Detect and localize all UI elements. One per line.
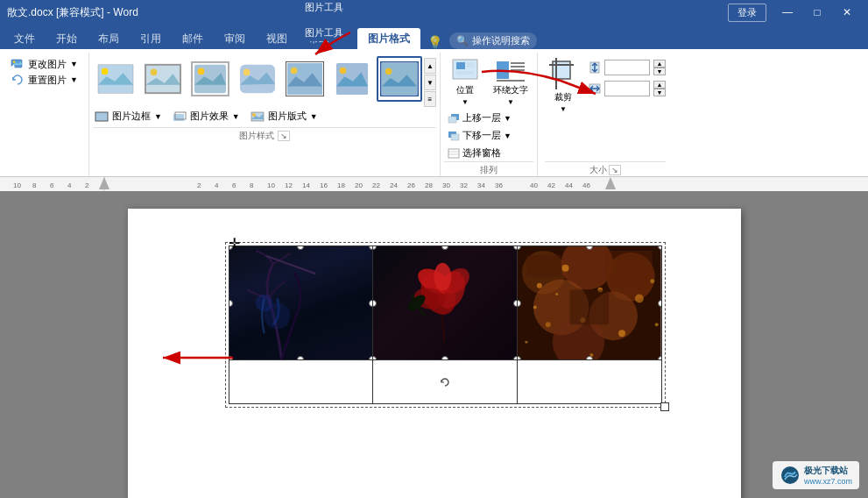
ribbon-tab-bar: 图片工具 文件 开始 布局 引用 邮件 审阅 视图 帮助 图片格式 💡 🔍 操作… [0,25,868,49]
tab-review[interactable]: 审阅 [214,28,256,49]
table-cell-1-1[interactable] [229,246,373,360]
tab-mail[interactable]: 邮件 [172,28,214,49]
image-rust-golden [518,246,661,359]
style-thumb-3[interactable] [187,56,233,102]
style-thumb-1[interactable] [93,56,138,102]
style-thumb-5[interactable] [282,56,328,102]
handle-mr[interactable] [369,300,372,307]
restore-button[interactable]: □ [803,3,831,22]
style-thumb-7[interactable] [377,56,422,102]
selection-pane-button[interactable]: 选择窗格 [444,145,515,161]
style-thumb-2[interactable] [140,56,186,102]
login-button[interactable]: 登录 [728,4,766,22]
search-icon: 🔍 [456,35,469,46]
style-thumb-4[interactable] [235,56,280,102]
handle-br-2[interactable] [513,356,517,359]
handle-mr-2[interactable] [513,300,517,307]
svg-point-1 [13,60,15,62]
svg-text:44: 44 [565,181,573,189]
tab-picture-format[interactable]: 图片格式 [357,28,420,49]
svg-text:10: 10 [13,181,21,189]
svg-text:12: 12 [285,181,293,189]
minimize-button[interactable]: — [773,3,801,22]
handle-bl[interactable] [229,356,233,359]
tab-layout[interactable]: 布局 [88,28,130,49]
style-scroll-down[interactable]: ▼ [424,75,436,90]
svg-point-11 [243,69,251,76]
svg-point-98 [635,295,644,303]
table-cell-2-2[interactable] [373,360,518,404]
svg-point-13 [291,68,298,75]
width-down-button[interactable]: ▼ [653,89,666,96]
handle-br-3[interactable] [658,356,661,359]
svg-rect-35 [448,117,456,123]
pic-format-option[interactable]: 图片版式 ▼ [249,109,320,124]
search-box[interactable]: 🔍 操作说明搜索 [449,32,537,49]
height-down-button[interactable]: ▼ [653,68,666,75]
bring-forward-button[interactable]: 上移一层 ▼ [444,110,515,126]
tab-references[interactable]: 引用 [130,28,172,49]
size-inputs: ▲ ▼ ▲ ▼ [589,60,666,96]
wrap-text-button[interactable]: 环绕文字 ▼ [488,56,533,108]
style-thumb-6[interactable] [329,56,375,102]
change-picture-button[interactable]: 更改图片 ▼ [7,56,81,72]
picture-styles-section: ▲ ▼ ≡ 图片边框 ▼ 图片效果 ▼ [89,53,441,176]
pic-effect-icon [173,111,187,122]
crop-button[interactable]: 裁剪 ▼ [545,56,582,115]
position-button[interactable]: 位置 ▼ [444,56,486,108]
style-scroll-up[interactable]: ▲ [424,58,436,74]
handle-bc-3[interactable] [586,356,593,359]
height-icon [589,61,601,74]
svg-text:8: 8 [250,181,254,189]
svg-rect-103 [604,251,653,281]
svg-rect-26 [456,62,465,69]
svg-text:26: 26 [407,181,415,189]
svg-text:4: 4 [67,181,72,189]
reset-picture-button[interactable]: 重置图片 ▼ [7,72,81,88]
crop-icon [549,58,577,89]
send-backward-button[interactable]: 下移一层 ▼ [444,127,515,144]
height-up-button[interactable]: ▲ [653,60,666,68]
svg-text:10: 10 [267,181,275,189]
selection-pane-icon [448,148,460,159]
width-up-button[interactable]: ▲ [653,81,666,89]
width-input[interactable] [604,81,650,96]
document-title: 散文.docx [兼容模式] - Word [7,5,138,20]
handle-mr-3[interactable] [658,300,661,307]
svg-point-5 [151,69,158,76]
table-cell-1-2[interactable] [373,246,518,360]
handle-bc-2[interactable] [441,356,448,359]
svg-text:46: 46 [582,181,590,189]
table-cell-1-3[interactable] [517,246,661,360]
pic-effect-option[interactable]: 图片效果 ▼ [171,109,242,124]
watermark: 极光下载站 www.xz7.com [773,461,859,489]
table-row-1 [229,246,661,360]
watermark-logo [780,465,801,486]
close-button[interactable]: ✕ [833,3,861,22]
table-cell-2-1[interactable] [229,360,373,404]
tab-file[interactable]: 文件 [4,28,46,49]
handle-bc[interactable] [297,356,304,359]
style-scroll-more[interactable]: ≡ [424,91,436,107]
handle-br[interactable] [369,356,372,359]
height-input[interactable] [604,60,650,75]
svg-rect-29 [497,61,509,79]
image-table [229,245,662,404]
table-cell-2-3[interactable] [517,360,661,404]
svg-text:6: 6 [50,181,54,189]
svg-text:6: 6 [232,181,236,189]
svg-point-107 [650,279,654,283]
arrange-pos-wrap: 位置 ▼ 环绕文字 ▼ [441,53,538,176]
svg-point-96 [561,265,568,272]
pic-border-option[interactable]: 图片边框 ▼ [93,109,164,124]
change-picture-icon [11,57,25,71]
tool-tabs-label: 图片工具 [298,25,350,41]
svg-point-3 [102,68,109,75]
center-rotation[interactable] [439,376,451,388]
svg-text:34: 34 [477,181,485,189]
table-selection-handle-br[interactable] [660,402,669,411]
svg-text:22: 22 [372,181,380,189]
tab-home[interactable]: 开始 [46,28,88,49]
title-bar: 散文.docx [兼容模式] - Word 登录 — □ ✕ [0,0,868,25]
tab-view[interactable]: 视图 [256,28,298,49]
